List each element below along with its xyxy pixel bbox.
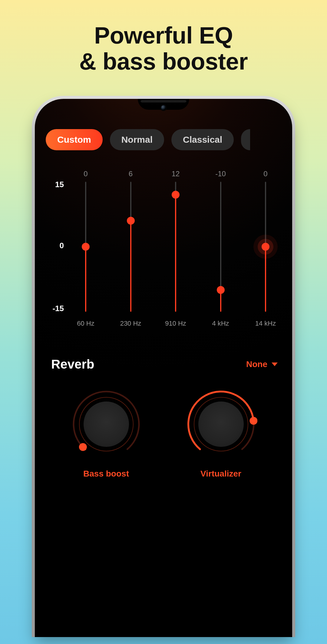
virtualizer-knob[interactable] [185,388,257,460]
eq-slider-freq: 230 Hz [120,320,141,327]
eq-axis: 15 0 -15 [46,170,70,339]
svg-point-0 [79,443,87,451]
promo-headline: Powerful EQ & bass booster [79,23,248,75]
eq-slider-value: 12 [172,170,180,182]
chevron-down-icon [272,363,278,366]
eq-slider-5[interactable]: 014 kHz [252,170,279,339]
reverb-row: Reverb None [46,357,281,372]
svg-point-1 [249,417,257,424]
reverb-select[interactable]: None [246,359,278,369]
bass-boost-label: Bass boost [83,469,129,479]
eq-slider-fill [85,247,86,312]
preset-pill-more[interactable] [241,129,250,150]
eq-slider-freq: 4 kHz [212,320,229,327]
eq-slider-2[interactable]: 6230 Hz [117,170,145,339]
knob-arc [185,388,257,460]
knob-col-virtualizer: Virtualizer [185,388,257,479]
eq-slider-track [85,182,86,312]
preset-pill-classical[interactable]: Classical [171,129,234,150]
eq-slider-value: 6 [129,170,133,182]
eq-slider-thumb[interactable] [127,217,135,225]
eq-slider-freq: 910 Hz [165,320,186,327]
knobs-row: Bass boost Virtualizer [46,388,281,479]
bass-boost-knob[interactable] [70,388,143,460]
eq-slider-4[interactable]: -104 kHz [207,170,235,339]
eq-slider-track [175,182,176,312]
knob-col-bass: Bass boost [70,388,143,479]
eq-slider-value: -10 [215,170,226,182]
eq-slider-fill [130,221,131,312]
preset-pill-normal[interactable]: Normal [110,129,164,150]
eq-slider-freq: 14 kHz [255,320,276,327]
eq-slider-track [265,182,266,312]
phone-mockup: Custom Normal Classical 15 0 -15 060 Hz6… [32,96,295,637]
eq-slider-3[interactable]: 12910 Hz [162,170,190,339]
eq-slider-fill [175,195,176,312]
axis-max: 15 [46,180,64,189]
eq-slider-thumb[interactable] [82,243,90,251]
preset-pill-custom[interactable]: Custom [46,129,103,150]
eq-slider-thumb[interactable] [217,286,225,294]
eq-slider-track [130,182,131,312]
eq-slider-freq: 60 Hz [77,320,94,327]
preset-row: Custom Normal Classical [46,129,281,150]
knob-arc [70,388,143,460]
eq-slider-thumb[interactable] [262,243,269,251]
eq-slider-track [220,182,221,312]
headline-line-1: Powerful EQ [79,23,248,49]
eq-slider-group: 15 0 -15 060 Hz6230 Hz12910 Hz-104 kHz01… [46,170,281,339]
eq-slider-1[interactable]: 060 Hz [72,170,100,339]
reverb-select-value: None [246,359,267,369]
virtualizer-label: Virtualizer [200,469,241,479]
phone-screen: Custom Normal Classical 15 0 -15 060 Hz6… [35,99,292,637]
axis-zero: 0 [46,241,64,250]
eq-slider-value: 0 [263,170,267,182]
headline-line-2: & bass booster [79,49,248,75]
eq-slider-value: 0 [84,170,88,182]
axis-min: -15 [46,304,64,313]
eq-slider-thumb[interactable] [172,191,180,199]
reverb-title: Reverb [51,357,94,372]
